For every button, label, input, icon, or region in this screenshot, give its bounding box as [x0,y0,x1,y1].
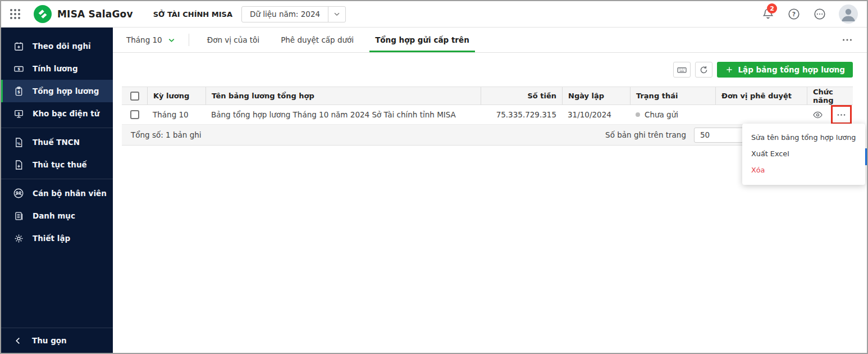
sidebar-item-label: Thiết lập [33,234,70,243]
column-header-approver[interactable]: Đơn vị phê duyệt [715,87,807,105]
chevron-down-icon[interactable] [328,10,345,19]
row-period: Tháng 10 [147,110,205,119]
clipboard-dollar-icon: $ [12,86,25,97]
more-options-icon[interactable] [813,7,826,21]
row-amount: 75.335.729.315 [481,110,562,119]
sidebar-item-label: Tổng hợp lương [33,87,99,96]
view-eye-icon[interactable] [812,110,823,120]
column-header-period[interactable]: Kỳ lương [147,87,205,105]
sidebar-item-can-bo-nhan-vien[interactable]: Cán bộ nhân viên [1,182,113,205]
sidebar-item-label: Thuế TNCN [33,138,80,147]
divider [189,34,189,46]
main-content: Tháng 10 Đơn vị của tôi Phê duyệt cấp dư… [113,28,867,353]
sidebar-item-label: Theo dõi nghỉ [33,42,91,51]
help-icon[interactable]: ? [787,7,801,21]
data-year-label: Dữ liệu năm: 2024 [242,10,328,19]
per-page-value: 50 [700,130,710,139]
chevron-left-icon [13,336,23,346]
per-page-label: Số bản ghi trên trang [605,130,686,139]
tab-label: Đơn vị của tôi [207,35,259,44]
sidebar-item-label: Thủ tục thuế [33,160,87,169]
row-select-cell [122,110,147,119]
tab-phe-duyet-cap-duoi[interactable]: Phê duyệt cấp dưới [275,28,359,52]
sidebar-item-label: Danh mục [33,211,75,220]
column-header-amount[interactable]: Số tiền [481,87,562,105]
misa-logo-icon [34,5,52,23]
period-label: Tháng 10 [126,35,162,44]
status-dot-icon [636,112,640,117]
sidebar-spacer [1,249,113,328]
organization-name: SỞ TÀI CHÍNH MISA [153,10,232,19]
tabs: Đơn vị của tôi Phê duyệt cấp dưới Tổng h… [202,28,475,52]
tab-don-vi-cua-toi[interactable]: Đơn vị của tôi [202,28,265,52]
row-context-menu: Sửa tên bảng tổng hợp lương Xuất Excel X… [742,124,865,185]
table-row[interactable]: Tháng 10 Bảng tổng hợp lương Tháng 10 nă… [122,105,853,125]
sidebar-item-danh-muc[interactable]: Danh mục [1,205,113,227]
tab-tong-hop-gui-cap-tren[interactable]: Tổng hợp gửi cấp trên [369,28,475,52]
notifications-bell-icon[interactable]: 2 [761,7,775,21]
user-avatar[interactable] [839,4,858,24]
sidebar-item-label: Kho bạc điện tử [33,109,99,118]
notification-badge: 2 [767,3,777,13]
tab-overflow-icon[interactable] [841,34,853,46]
column-header-date[interactable]: Ngày lập [562,87,630,105]
banknote-icon: $ [12,63,25,74]
sidebar-item-label: Tính lương [33,64,78,73]
menu-item-delete[interactable]: Xóa [742,162,865,178]
sidebar-nav: Theo dõi nghỉ $ Tính lương $ Tổng hợp lư… [1,28,113,353]
svg-text:?: ? [792,11,796,18]
column-header-status[interactable]: Trạng thái [630,87,715,105]
sidebar-item-theo-doi-nghi[interactable]: Theo dõi nghỉ [1,35,113,57]
row-date: 31/10/2024 [562,110,630,119]
tab-bar: Tháng 10 Đơn vị của tôi Phê duyệt cấp dư… [113,28,867,53]
row-checkbox[interactable] [130,110,139,119]
table-toolbar: Lập bảng tổng hợp lương [673,62,853,78]
keyboard-shortcut-icon[interactable] [673,62,691,78]
collapse-label: Thu gọn [32,336,67,345]
sidebar-item-thue-tncn[interactable]: % Thuế TNCN [1,131,113,153]
sidebar-item-kho-bac-dien-tu[interactable]: $ Kho bạc điện tử [1,102,113,125]
menu-item-rename[interactable]: Sửa tên bảng tổng hợp lương [742,129,865,146]
create-summary-label: Lập bảng tổng hợp lương [738,65,845,74]
row-more-icon[interactable] [836,110,847,120]
status-label: Chưa gửi [645,110,678,119]
top-right-actions: 2 ? [761,4,858,24]
sidebar-collapse-button[interactable]: Thu gọn [1,328,113,353]
refresh-icon[interactable] [695,62,712,78]
column-header-name[interactable]: Tên bảng lương tổng hợp [205,87,481,105]
calendar-plus-icon [12,41,25,52]
catalog-icon [12,211,25,221]
app-window: MISA SalaGov SỞ TÀI CHÍNH MISA Dữ liệu n… [0,0,868,354]
data-year-selector[interactable]: Dữ liệu năm: 2024 [241,6,346,22]
table-header-row: Kỳ lương Tên bảng lương tổng hợp Số tiền… [122,87,853,105]
sidebar-divider [1,128,113,128]
app-launcher-icon[interactable] [10,9,20,19]
gear-icon [12,233,25,244]
tab-label: Phê duyệt cấp dưới [281,35,354,44]
row-status: Chưa gửi [630,110,715,119]
svg-text:%: % [17,141,21,145]
column-header-actions: Chức năng [807,87,853,105]
app-title: MISA SalaGov [57,8,133,20]
create-summary-button[interactable]: Lập bảng tổng hợp lương [717,62,853,78]
highlight-box [831,105,852,124]
select-all-checkbox[interactable] [130,92,139,101]
employees-icon [12,188,25,199]
sidebar-item-label: Cán bộ nhân viên [33,189,107,198]
tax-percent-document-icon: % [12,137,25,148]
menu-item-export-excel[interactable]: Xuất Excel [742,146,865,162]
sidebar-item-tong-hop-luong[interactable]: $ Tổng hợp lương [1,80,113,102]
total-records-label: Tổng số: 1 bản ghi [131,130,202,139]
svg-text:$: $ [17,67,20,71]
document-plus-icon [12,160,25,170]
sidebar-item-thiet-lap[interactable]: Thiết lập [1,227,113,249]
tab-label: Tổng hợp gửi cấp trên [375,35,469,44]
sidebar-item-thu-tuc-thue[interactable]: Thủ tục thuế [1,153,113,176]
chevron-down-icon [167,35,176,45]
row-name: Bảng tổng hợp lương Tháng 10 năm 2024 Sở… [205,110,481,119]
period-selector[interactable]: Tháng 10 [126,35,176,45]
sidebar-item-tinh-luong[interactable]: $ Tính lương [1,57,113,80]
per-page-control: Số bản ghi trên trang 50 [605,128,756,143]
top-bar: MISA SalaGov SỞ TÀI CHÍNH MISA Dữ liệu n… [1,1,867,28]
select-all-cell [122,87,147,105]
